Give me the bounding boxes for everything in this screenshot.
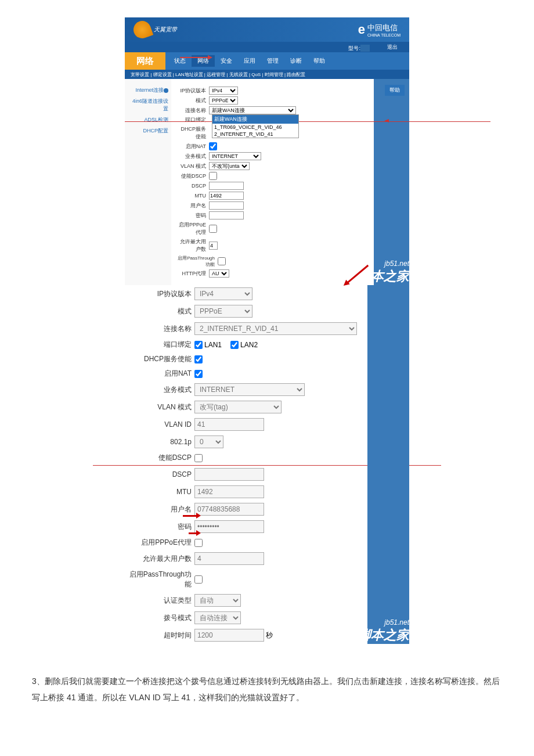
timeout-input[interactable]: [194, 629, 264, 642]
dial-mode-select[interactable]: 自动连接: [194, 611, 241, 624]
vlan-mode-select[interactable]: 改写(tag): [194, 401, 282, 413]
nav-help[interactable]: 帮助: [308, 55, 331, 67]
logout-link[interactable]: 退出: [387, 44, 398, 51]
lan2-checkbox[interactable]: [230, 341, 239, 349]
service-label: 业务模式: [125, 385, 194, 395]
annotation-arrow-icon: [180, 57, 209, 58]
small-ip-label: IP协议版本: [177, 87, 209, 95]
dot1p-label: 802.1p: [125, 438, 194, 446]
small-mode-select[interactable]: PPPoE: [209, 96, 238, 105]
timeout-unit: 秒: [266, 631, 273, 640]
small-http-label: HTTP代理: [177, 270, 209, 278]
watermark: jb51.net 脚本之家: [358, 260, 409, 285]
dial-mode-label: 拨号模式: [125, 613, 194, 623]
admin-subnav[interactable]: 宽带设置 | 绑定设置 | LAN地址设置 | 远程管理 | 无线设置 | Qo…: [125, 70, 409, 79]
auth-type-label: 认证类型: [125, 596, 194, 606]
small-passthrough-checkbox[interactable]: [218, 257, 226, 265]
dscp-input[interactable]: [194, 468, 264, 481]
detail-form: IP协议版本 IPv4 模式PPPoE 连接名称2_INTERNET_R_VID…: [125, 285, 409, 644]
telecom-sub: CHINA TELECOM: [367, 33, 400, 37]
telecom-e-icon: e: [358, 22, 365, 37]
small-mtu-input[interactable]: [209, 192, 244, 200]
service-select[interactable]: INTERNET: [194, 383, 305, 396]
small-mtu-label: MTU: [177, 193, 209, 199]
lan2-label: LAN2: [240, 341, 258, 349]
auth-type-select[interactable]: 自动: [194, 594, 241, 607]
nat-checkbox[interactable]: [194, 370, 203, 378]
small-maxuser-input[interactable]: [209, 242, 218, 250]
small-pwd-label: 密码: [177, 212, 209, 219]
small-dscp-checkbox[interactable]: [209, 172, 217, 180]
nav-network-active[interactable]: 网络: [125, 52, 165, 70]
small-pppoe-checkbox[interactable]: [209, 225, 217, 233]
small-service-select[interactable]: INTERNET: [209, 152, 261, 160]
sidebar-dhcp[interactable]: DHCP配置: [128, 125, 168, 136]
passthrough-label: 启用PassThrough功能: [125, 570, 194, 589]
small-dscp2-label: DSCP: [177, 183, 209, 189]
dropdown-opt-internet[interactable]: 2_INTERNET_R_VID_41: [212, 131, 298, 138]
small-pwd-input[interactable]: [209, 211, 244, 219]
conn-name-select[interactable]: 2_INTERNET_R_VID_41: [194, 322, 357, 335]
nav-diag[interactable]: 诊断: [284, 55, 308, 67]
small-user-input[interactable]: [209, 201, 244, 210]
ip-version-select[interactable]: IPv4: [194, 287, 252, 300]
small-mode-label: 模式: [177, 97, 209, 105]
sidebar-tunnel[interactable]: 4in6隧道连接设置: [128, 96, 168, 114]
conn-name-label: 连接名称: [125, 324, 194, 334]
timeout-label: 超时时间: [125, 631, 194, 640]
nav-app[interactable]: 应用: [238, 55, 261, 67]
lan1-checkbox[interactable]: [194, 341, 203, 349]
small-http-select[interactable]: AUTO: [209, 269, 229, 278]
small-passthrough-label: 启用PassThrough功能: [177, 255, 218, 268]
small-service-label: 业务模式: [177, 153, 209, 160]
conn-dropdown-list: 新建WAN连接 1_TR069_VOICE_R_VID_46 2_INTERNE…: [212, 114, 299, 138]
dropdown-opt-new[interactable]: 新建WAN连接: [212, 115, 298, 124]
vlan-id-input[interactable]: [194, 418, 264, 431]
small-portbind-label: 端口绑定: [177, 116, 209, 124]
pwd-input[interactable]: [194, 520, 264, 533]
model-value: [360, 45, 370, 52]
max-user-label: 允许最大用户数: [125, 554, 194, 564]
small-ip-select[interactable]: IPv4: [209, 87, 238, 95]
small-conn-select[interactable]: 新建WAN连接: [209, 106, 296, 114]
mtu-input[interactable]: [194, 485, 264, 498]
mode-select[interactable]: PPPoE: [194, 305, 252, 318]
admin-main: 帮助 IP协议版本IPv4 模式PPPoE 连接名称新建WAN连接 新建WAN连…: [171, 79, 409, 285]
enable-dscp-checkbox[interactable]: [194, 454, 203, 462]
pppoe-proxy-checkbox[interactable]: [194, 539, 203, 547]
max-user-input[interactable]: [194, 552, 264, 565]
watermark: jb51.net 脚本之家: [358, 618, 409, 644]
passthrough-checkbox[interactable]: [194, 575, 203, 584]
small-nat-label: 启用NAT: [177, 143, 209, 150]
sidebar-adsl[interactable]: ADSL检测: [128, 114, 168, 125]
small-vlanmode-label: VLAN 模式: [177, 163, 209, 170]
nav-security[interactable]: 安全: [215, 55, 238, 67]
pppoe-proxy-label: 启用PPPoE代理: [125, 538, 194, 548]
small-dscp-input[interactable]: [209, 182, 244, 190]
dhcp-checkbox[interactable]: [194, 355, 203, 363]
nat-label: 启用NAT: [125, 369, 194, 379]
dot1p-select[interactable]: 0: [194, 435, 223, 448]
help-button[interactable]: 帮助: [385, 85, 405, 96]
small-dhcp-label: DHCP服务使能: [177, 125, 209, 141]
admin-nav: 网络 状态 网络 安全 应用 管理 诊断 帮助: [125, 52, 409, 70]
instruction-text: 3、删除后我们就需要建立一个桥连接把这个拨号信息通过桥连接转到无线路由器上。我们…: [32, 673, 502, 705]
model-label: 型号:: [348, 45, 360, 51]
user-label: 用户名: [125, 505, 194, 514]
vlan-id-label: VLAN ID: [125, 420, 194, 429]
ip-version-label: IP协议版本: [125, 289, 194, 299]
admin-sidebar: Internet连接 4in6隧道连接设置 ADSL检测 DHCP配置: [125, 79, 171, 285]
telecom-name: 中回电信: [367, 23, 398, 32]
port-bind-label: 端口绑定: [125, 340, 194, 350]
small-maxuser-label: 允许最大用户数: [177, 238, 209, 253]
admin-header: 天翼宽带 e 中回电信 CHINA TELECOM: [125, 17, 409, 42]
small-nat-checkbox[interactable]: [209, 142, 217, 150]
lan1-label: LAN1: [204, 341, 222, 349]
dhcp-enable-label: DHCP服务使能: [125, 354, 194, 364]
admin-toolbar: 型号: 退出: [125, 42, 409, 52]
user-input[interactable]: [194, 503, 264, 516]
dropdown-opt-tr069[interactable]: 1_TR069_VOICE_R_VID_46: [212, 124, 298, 131]
nav-manage[interactable]: 管理: [261, 55, 284, 67]
small-vlanmode-select[interactable]: 不改写(untag): [209, 162, 250, 170]
sidebar-internet-conn[interactable]: Internet连接: [128, 85, 168, 96]
